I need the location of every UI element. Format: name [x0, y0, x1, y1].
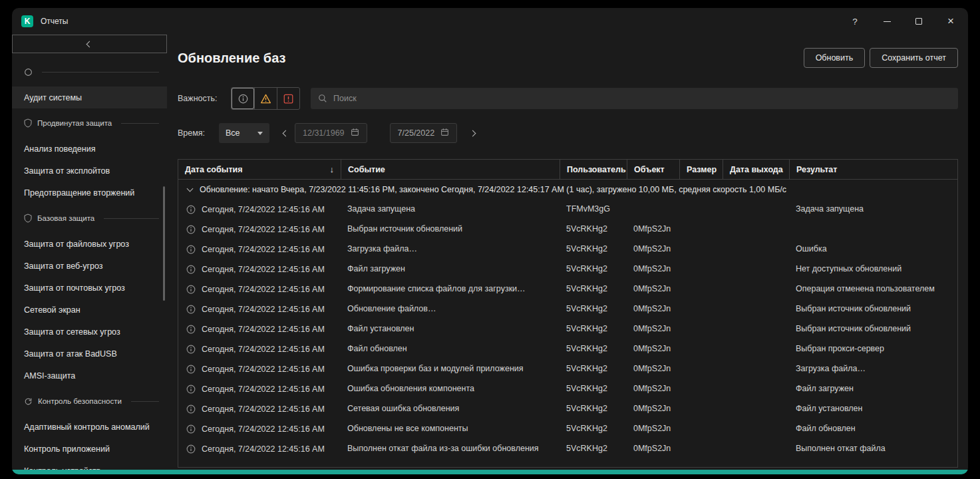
sidebar-item-label: Защита от сетевых угроз [24, 327, 120, 337]
cell-object: 0MfpS2Jn [627, 419, 679, 439]
column-header[interactable]: Дата события↓ [178, 160, 341, 179]
column-header[interactable]: Результат [789, 160, 957, 179]
severity-critical-button[interactable] [277, 88, 299, 109]
sidebar-collapse-button[interactable] [12, 35, 167, 53]
event-date-text: Сегодня, 7/24/2022 12:45:16 AM [202, 345, 325, 354]
save-report-button[interactable]: Сохранить отчет [870, 48, 958, 68]
cell-object: 0MfpS2Jn [627, 379, 679, 399]
update-group-row[interactable]: Обновление: начато Вчера, 7/23/2022 11:4… [178, 180, 957, 200]
cell-result: Ошибка [789, 240, 957, 259]
table-row[interactable]: Сегодня, 7/24/2022 12:45:16 AM Загрузка … [178, 240, 957, 259]
help-button[interactable]: ? [846, 12, 864, 31]
next-period-button[interactable] [465, 123, 480, 143]
cell-event: Файл установлен [341, 319, 560, 339]
cell-object: 0MfpS2Jn [627, 220, 679, 240]
sidebar-item-label: Адаптивный контроль аномалий [24, 422, 150, 432]
table-row[interactable]: Сегодня, 7/24/2022 12:45:16 AM Обновлены… [178, 419, 957, 439]
sidebar-item[interactable]: Аудит системы [12, 86, 167, 108]
sidebar-item[interactable]: Защита от почтовых угроз [12, 277, 167, 299]
sidebar-item[interactable]: Защита от эксплойтов [12, 160, 167, 182]
column-header-label: Пользователь [567, 165, 626, 174]
column-header[interactable]: Дата выхода [723, 160, 789, 179]
search-box[interactable] [311, 88, 958, 109]
cell-event-date: Сегодня, 7/24/2022 12:45:16 AM [178, 259, 341, 279]
date-from-field[interactable]: 12/31/1969 [295, 123, 367, 143]
sidebar-item[interactable]: AMSI-защита [12, 365, 167, 387]
table-row[interactable]: Сегодня, 7/24/2022 12:45:16 AM Выбран ис… [178, 220, 957, 240]
event-date-text: Сегодня, 7/24/2022 12:45:16 AM [202, 444, 325, 454]
table-row[interactable]: Сегодня, 7/24/2022 12:45:16 AM Файл обно… [178, 339, 957, 359]
sidebar-section-header [12, 57, 167, 86]
page-header: Обновление баз Обновить Сохранить отчет [178, 48, 958, 68]
date-to-field[interactable]: 7/25/2022 [390, 123, 458, 143]
sidebar-section-header: Базовая защита [12, 204, 167, 233]
date-from-value: 12/31/1969 [303, 128, 345, 138]
cell-event-date: Сегодня, 7/24/2022 12:45:16 AM [178, 299, 341, 319]
sidebar-item[interactable]: Защита от атак BadUSB [12, 343, 167, 365]
table-row[interactable]: Сегодня, 7/24/2022 12:45:16 AM Выполнен … [178, 439, 957, 459]
table-row[interactable]: Сегодня, 7/24/2022 12:45:16 AM Файл загр… [178, 259, 957, 279]
sort-descending-icon[interactable]: ↓ [330, 164, 335, 174]
table-row[interactable]: Сегодня, 7/24/2022 12:45:16 AM Ошибка пр… [178, 359, 957, 379]
column-header-label: Событие [348, 165, 385, 174]
chevron-left-icon [86, 41, 93, 47]
column-header[interactable]: Событие [341, 160, 560, 179]
app-window: K Отчеты ? × Аудит системы Продвинутая з… [12, 8, 968, 474]
refresh-button[interactable]: Обновить [804, 48, 866, 68]
severity-warning-button[interactable] [254, 88, 277, 109]
cell-size [679, 299, 723, 319]
close-button[interactable]: × [941, 12, 960, 31]
column-header[interactable]: Пользователь [560, 160, 627, 179]
search-input[interactable] [333, 94, 951, 103]
cell-event: Файл загружен [341, 259, 560, 279]
kaspersky-logo-icon: K [21, 15, 33, 27]
warning-icon [260, 94, 271, 104]
maximize-button[interactable] [909, 12, 928, 31]
table-body: Сегодня, 7/24/2022 12:45:16 AM Задача за… [178, 200, 957, 459]
sidebar-item[interactable]: Защита от файловых угроз [12, 233, 167, 255]
severity-info-button[interactable] [232, 88, 254, 109]
table-row[interactable]: Сегодня, 7/24/2022 12:45:16 AM Формирова… [178, 279, 957, 299]
sidebar-item[interactable]: Адаптивный контроль аномалий [12, 416, 167, 438]
table-row[interactable]: Сегодня, 7/24/2022 12:45:16 AM Задача за… [178, 200, 957, 220]
info-icon [186, 345, 196, 354]
event-date-text: Сегодня, 7/24/2022 12:45:16 AM [202, 385, 325, 394]
cell-release-date [723, 279, 789, 299]
cell-object: 0MfpS2Jn [627, 399, 679, 419]
table-row[interactable]: Сегодня, 7/24/2022 12:45:16 AM Обновлени… [178, 299, 957, 319]
sidebar-item[interactable]: Сетевой экран [12, 299, 167, 321]
cell-event: Выполнен откат файла из-за ошибки обновл… [341, 439, 560, 459]
sidebar-scrollbar[interactable] [163, 186, 165, 301]
column-header[interactable]: Размер [679, 160, 723, 179]
cell-size [679, 200, 723, 220]
cell-event: Ошибка обновления компонента [341, 379, 560, 399]
sidebar-item[interactable]: Защита от веб-угроз [12, 255, 167, 277]
table-row[interactable]: Сегодня, 7/24/2022 12:45:16 AM Файл уста… [178, 319, 957, 339]
sidebar-item[interactable]: Защита от сетевых угроз [12, 321, 167, 343]
cell-object [627, 200, 679, 220]
sidebar-item[interactable]: Контроль приложений [12, 438, 167, 460]
cell-object: 0MfpS2Jn [627, 299, 679, 319]
sidebar-item-label: Предотвращение вторжений [24, 188, 134, 198]
info-icon [186, 404, 196, 414]
cell-result: Загрузка файла… [789, 359, 957, 379]
main-content: Обновление баз Обновить Сохранить отчет … [178, 35, 958, 470]
sidebar-item[interactable]: Предотвращение вторжений [12, 182, 167, 204]
cell-event: Формирование списка файлов для загрузки… [341, 279, 560, 299]
cell-result: Файл установлен [789, 399, 957, 419]
column-header[interactable]: Объект [627, 160, 679, 179]
severity-button-group [231, 87, 300, 110]
cell-event: Обновление файлов… [341, 299, 560, 319]
table-row[interactable]: Сегодня, 7/24/2022 12:45:16 AM Ошибка об… [178, 379, 957, 399]
previous-period-button[interactable] [278, 123, 293, 143]
minimize-button[interactable] [878, 12, 896, 31]
cell-user: 5VcRKHg2 [560, 299, 627, 319]
table-header: Дата события↓СобытиеПользовательОбъектРа… [178, 160, 957, 180]
sidebar: Аудит системы Продвинутая защита Анализ … [12, 35, 167, 470]
calendar-icon [440, 127, 449, 139]
time-range-select[interactable]: Все [219, 123, 269, 143]
sidebar-item[interactable]: Контроль устройств [12, 460, 167, 470]
sidebar-item[interactable]: Анализ поведения [12, 138, 167, 160]
info-icon [186, 305, 196, 314]
table-row[interactable]: Сегодня, 7/24/2022 12:45:16 AM Сетевая о… [178, 399, 957, 419]
